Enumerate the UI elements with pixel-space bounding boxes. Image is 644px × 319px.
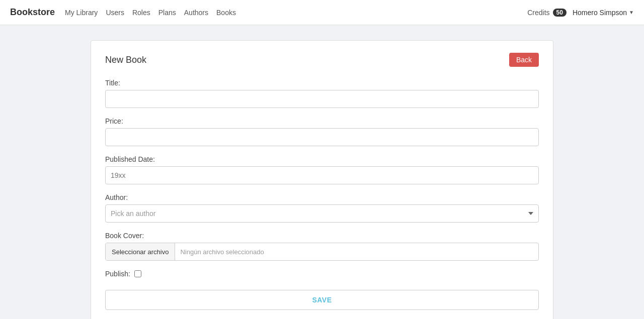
- chevron-down-icon: ▼: [629, 10, 634, 15]
- file-select-button[interactable]: Seleccionar archivo: [106, 243, 175, 260]
- published-date-label: Published Date:: [105, 155, 539, 163]
- publish-checkbox[interactable]: [134, 270, 141, 277]
- book-cover-group: Book Cover: Seleccionar archivo Ningún a…: [105, 232, 539, 261]
- title-group: Title:: [105, 79, 539, 108]
- author-label: Author:: [105, 193, 539, 201]
- published-date-group: Published Date:: [105, 155, 539, 184]
- file-name-display: Ningún archivo seleccionado: [175, 245, 538, 259]
- navbar-left: Bookstore My Library Users Roles Plans A…: [10, 7, 236, 18]
- title-input[interactable]: [105, 90, 539, 108]
- navbar-right: Credits 50 Homero Simpson ▼: [527, 9, 634, 17]
- nav-link-authors[interactable]: Authors: [184, 9, 208, 17]
- new-book-form: Title: Price: Published Date: Author: Pi…: [105, 79, 539, 310]
- author-select[interactable]: Pick an author: [105, 204, 539, 223]
- file-input-wrapper: Seleccionar archivo Ningún archivo selec…: [105, 243, 539, 261]
- main-content: New Book Back Title: Price: Published Da…: [0, 25, 644, 319]
- published-date-input[interactable]: [105, 166, 539, 184]
- credits-section: Credits 50: [527, 9, 567, 17]
- back-button[interactable]: Back: [509, 53, 539, 67]
- price-input[interactable]: [105, 128, 539, 146]
- title-label: Title:: [105, 79, 539, 87]
- user-name: Homero Simpson: [573, 9, 627, 17]
- book-cover-label: Book Cover:: [105, 232, 539, 240]
- nav-link-users[interactable]: Users: [106, 9, 124, 17]
- price-group: Price:: [105, 117, 539, 146]
- author-group: Author: Pick an author: [105, 193, 539, 223]
- card-header: New Book Back: [105, 53, 539, 67]
- save-button[interactable]: SAVE: [105, 290, 539, 310]
- publish-group: Publish:: [105, 270, 539, 278]
- nav-link-plans[interactable]: Plans: [158, 9, 176, 17]
- price-label: Price:: [105, 117, 539, 125]
- user-menu[interactable]: Homero Simpson ▼: [573, 9, 634, 17]
- nav-links: My Library Users Roles Plans Authors Boo…: [65, 9, 236, 17]
- brand-logo[interactable]: Bookstore: [10, 7, 55, 18]
- card-title: New Book: [105, 55, 146, 65]
- credits-badge: 50: [553, 9, 567, 17]
- nav-link-roles[interactable]: Roles: [132, 9, 150, 17]
- navbar: Bookstore My Library Users Roles Plans A…: [0, 0, 644, 25]
- publish-label: Publish:: [105, 270, 130, 278]
- nav-link-books[interactable]: Books: [216, 9, 236, 17]
- new-book-card: New Book Back Title: Price: Published Da…: [91, 40, 553, 319]
- credits-label: Credits: [527, 9, 549, 17]
- nav-link-my-library[interactable]: My Library: [65, 9, 98, 17]
